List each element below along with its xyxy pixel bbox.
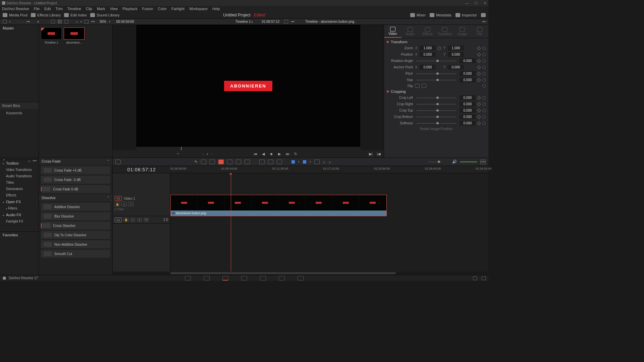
rotation-field[interactable]: 0.000: [460, 58, 476, 63]
keyframe-icon[interactable]: [477, 115, 481, 119]
prev-frame-icon[interactable]: ◀: [261, 152, 266, 156]
lock-track-icon[interactable]: 🔒: [124, 218, 128, 222]
search-icon[interactable]: ⌕: [28, 159, 31, 159]
next-edit-icon[interactable]: ›: [211, 152, 213, 156]
dim-button[interactable]: DIM: [480, 160, 486, 164]
audio-track-header[interactable]: A1 🔒 ▭ S M 2.0: [113, 216, 170, 224]
cropping-section-header[interactable]: Cropping: [387, 88, 486, 95]
close-icon[interactable]: ✕: [484, 1, 486, 5]
tab-video[interactable]: Video: [384, 25, 401, 38]
play-icon[interactable]: ▶: [277, 152, 282, 156]
timeline-track-area[interactable]: abonnieren button.png: [170, 173, 488, 272]
effect-item[interactable]: Cross Fade +3 dB: [41, 166, 110, 174]
flip-h-button[interactable]: [415, 84, 420, 88]
link-icon[interactable]: [438, 47, 441, 50]
master-bin[interactable]: Master: [0, 25, 39, 32]
snap-icon[interactable]: [259, 160, 265, 164]
nav-item[interactable]: Fairlight FX: [0, 218, 39, 225]
chevron-down-icon[interactable]: ▾: [9, 20, 11, 23]
timeline-ruler[interactable]: 01:06:57:12 01:00:00:00 01:05:44:00 01:1…: [113, 166, 488, 173]
strip-view-icon[interactable]: [51, 20, 55, 23]
sound-library-toggle[interactable]: Sound Library: [90, 13, 120, 17]
keyframe-icon[interactable]: [477, 72, 481, 75]
loop-icon[interactable]: ↻: [293, 152, 298, 156]
lock-icon[interactable]: [277, 160, 282, 164]
trim-tool-icon[interactable]: [201, 160, 206, 164]
prev-clip-icon[interactable]: |◀: [376, 152, 381, 156]
search-icon[interactable]: ⌕: [76, 20, 78, 23]
effect-item[interactable]: Additive Dissolve: [41, 203, 110, 211]
reset-icon[interactable]: [482, 115, 486, 119]
category-header[interactable]: Cross Fade⌃: [39, 158, 112, 165]
edit-index-toggle[interactable]: Edit Index: [64, 13, 87, 17]
yaw-field[interactable]: 0.000: [460, 77, 476, 82]
auto-select-icon[interactable]: ▭: [121, 202, 127, 206]
tab-effects[interactable]: Effects: [419, 25, 436, 38]
effect-item[interactable]: Cross Fade -3 dB: [41, 176, 110, 184]
reset-icon[interactable]: [482, 84, 486, 87]
nav-item[interactable]: Video Transitions: [0, 167, 39, 173]
playhead[interactable]: [231, 173, 231, 272]
more-icon[interactable]: •••: [291, 20, 294, 23]
keywords-bin[interactable]: Keywords: [0, 109, 39, 117]
reset-icon[interactable]: [482, 122, 486, 125]
effect-item[interactable]: Dip To Color Dissolve: [41, 231, 110, 239]
selection-tool-icon[interactable]: ↖: [195, 160, 198, 164]
effect-item[interactable]: Blur Dissolve: [41, 212, 110, 220]
settings-icon[interactable]: [482, 276, 486, 280]
enable-dot-icon[interactable]: [387, 41, 389, 43]
more-icon[interactable]: •••: [33, 159, 37, 159]
favorites-header[interactable]: Favorites: [0, 231, 39, 238]
sort-icon[interactable]: [85, 20, 89, 23]
reset-icon[interactable]: [482, 66, 486, 69]
reset-icon[interactable]: [482, 103, 486, 106]
pitch-slider[interactable]: [416, 73, 456, 74]
fusion-page-icon[interactable]: [241, 276, 247, 281]
menu-item[interactable]: View: [110, 7, 118, 11]
track-tag[interactable]: A1: [115, 218, 122, 222]
keyframe-icon[interactable]: [477, 46, 481, 50]
clip-thumbnail[interactable]: Timeline 1: [41, 27, 62, 155]
media-page-icon[interactable]: [185, 276, 191, 281]
softness-slider[interactable]: [416, 123, 456, 124]
effect-item[interactable]: Cross Dissolve: [41, 222, 110, 230]
smart-bins-header[interactable]: Smart Bins: [0, 102, 39, 109]
crop-top-slider[interactable]: [416, 110, 456, 111]
expand-inspector-icon[interactable]: [481, 13, 486, 17]
volume-icon[interactable]: 🔊: [452, 160, 457, 164]
video-track-header[interactable]: V1Video 1 🔒▭☐ 2 Clips: [113, 195, 170, 216]
flip-v-button[interactable]: [422, 84, 426, 88]
menu-item[interactable]: DaVinci Resolve: [2, 7, 29, 11]
more-icon[interactable]: •••: [91, 20, 95, 23]
crop-bottom-slider[interactable]: [416, 117, 456, 117]
crop-left-slider[interactable]: .prow .slider.z::after{left:0;}: [416, 98, 456, 98]
keyframe-icon[interactable]: [477, 53, 481, 56]
menu-item[interactable]: Edit: [44, 7, 51, 11]
home-icon[interactable]: [473, 276, 477, 280]
category-header[interactable]: Dissolve⌃: [39, 194, 112, 201]
jog-bar[interactable]: [136, 147, 360, 150]
transform-section-header[interactable]: Transform: [387, 39, 486, 45]
media-pool-toggle[interactable]: Media Pool: [3, 13, 28, 17]
disable-track-icon[interactable]: ☐: [128, 202, 133, 206]
tab-transition[interactable]: Transition: [436, 25, 453, 38]
crop-left-field[interactable]: 0.000: [460, 95, 476, 100]
auto-select-icon[interactable]: ▭: [130, 218, 135, 222]
nav-item[interactable]: Filters: [0, 205, 39, 212]
keyframe-icon[interactable]: [477, 121, 481, 125]
reset-icon[interactable]: [482, 59, 486, 63]
deliver-page-icon[interactable]: [298, 276, 304, 281]
effect-item[interactable]: Cross Fade 0 dB: [41, 185, 110, 193]
reset-icon[interactable]: [482, 96, 486, 100]
reset-icon[interactable]: [482, 72, 486, 75]
nav-item[interactable]: Effects: [0, 192, 39, 198]
nav-item[interactable]: Titles: [0, 179, 39, 186]
inspector-toggle[interactable]: Inspector: [455, 13, 477, 17]
effects-library-toggle[interactable]: Effects Library: [31, 13, 61, 17]
marker-color-icon[interactable]: [303, 160, 306, 164]
rotation-slider[interactable]: [416, 61, 456, 61]
pos-y-field[interactable]: 0.000: [448, 52, 464, 57]
reset-icon[interactable]: [482, 47, 486, 50]
minimize-icon[interactable]: —: [465, 1, 469, 5]
blade-tool-icon[interactable]: [218, 160, 224, 164]
